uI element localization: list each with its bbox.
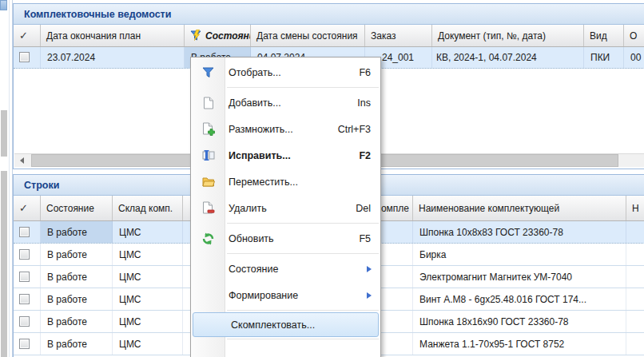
menu-item-state[interactable]: Состояние — [191, 256, 380, 282]
submenu-arrow-icon — [367, 292, 375, 299]
state-cell[interactable]: В работе — [41, 333, 113, 355]
state-cell[interactable]: В работе — [41, 288, 113, 310]
row-select-cell[interactable] — [14, 221, 41, 243]
clipped-header-tail: компле — [377, 196, 409, 220]
component-name-cell[interactable]: Винт А.М8 - 6gх25.48.016 ГОСТ 174... — [413, 288, 626, 310]
menu-item-edit[interactable]: Исправить... F2 — [191, 142, 380, 169]
row-checkbox[interactable] — [19, 227, 30, 237]
state-cell[interactable]: В работе — [41, 221, 113, 243]
submenu-arrow-icon — [367, 266, 375, 272]
row-select-cell[interactable] — [14, 47, 41, 68]
adjacent-scrollbar-segment[interactable] — [1, 171, 7, 357]
row-checkbox[interactable] — [19, 249, 30, 260]
context-menu: Отобрать... F6 Добавить... Ins Размножит… — [190, 57, 381, 357]
adjacent-panel-corner — [0, 0, 7, 10]
edit-icon — [191, 149, 225, 161]
document-cell[interactable]: КВ, 2024-1, 04.07.2024 — [432, 47, 584, 68]
divider — [9, 0, 10, 357]
column-header-document[interactable]: Документ (тип, №, дата) — [432, 25, 584, 46]
warehouse-cell[interactable]: ЦМС — [113, 288, 183, 310]
adjacent-panel-edge — [0, 0, 13, 357]
row-checkbox[interactable] — [19, 294, 30, 304]
row-select-cell[interactable] — [14, 333, 41, 355]
menu-item-delete[interactable]: Удалить Del — [191, 195, 380, 221]
row-select-cell[interactable] — [14, 288, 41, 310]
extra-cell[interactable]: 00 — [624, 47, 644, 68]
row-checkbox[interactable] — [19, 52, 30, 62]
column-header-end-date[interactable]: Дата окончания план — [41, 25, 185, 46]
column-header-kind[interactable]: Вид — [584, 25, 624, 46]
component-name-cell[interactable]: Электромагнит Магнитек УМ-7040 — [413, 266, 626, 288]
warehouse-cell[interactable]: ЦМС — [113, 266, 183, 288]
app-screen: Комплектовочные ведомости Дата окончания… — [0, 0, 644, 357]
panel-title: Комплектовочные ведомости — [14, 4, 644, 25]
column-header-state-change-date[interactable]: Дата смены состояния — [251, 25, 365, 46]
column-header-component-name[interactable]: Наименование комплектующей — [413, 196, 626, 220]
menu-separator — [191, 337, 380, 341]
row-checkbox[interactable] — [19, 272, 30, 282]
menu-item-duplicate[interactable]: Размножить... Ctrl+F3 — [191, 116, 380, 142]
check-icon — [19, 30, 28, 42]
column-header-state[interactable]: Состояние — [41, 196, 113, 220]
menu-item-assemble[interactable]: Скомплектовать... — [193, 312, 379, 337]
state-cell[interactable]: В работе — [41, 244, 113, 265]
menu-item-add[interactable]: Добавить... Ins — [191, 89, 380, 116]
n-cell[interactable] — [626, 244, 644, 265]
column-header-extra[interactable]: О — [624, 25, 644, 46]
component-name-cell[interactable]: Манжета 1.1-70х95-1 ГОСТ 8752 — [413, 333, 626, 355]
state-cell[interactable]: В работе — [41, 266, 113, 288]
warehouse-cell[interactable]: ЦМС — [113, 333, 183, 355]
filter-lightning-icon — [190, 30, 203, 42]
warehouse-cell[interactable]: ЦМС — [113, 311, 183, 332]
select-all-header[interactable] — [14, 25, 41, 46]
filter-icon — [191, 67, 225, 78]
column-header-warehouse[interactable]: Склад комп. — [113, 196, 183, 220]
end-date-cell[interactable]: 23.07.2024 — [41, 47, 185, 68]
refresh-icon — [191, 232, 225, 245]
duplicate-document-icon — [191, 122, 225, 136]
kind-cell[interactable]: ПКИ — [584, 47, 624, 68]
scroll-left-button[interactable] — [14, 154, 28, 167]
move-folder-icon — [191, 177, 225, 187]
row-select-cell[interactable] — [14, 266, 41, 288]
menu-item-move[interactable]: Переместить... — [191, 169, 380, 195]
row-select-cell[interactable] — [14, 311, 41, 332]
component-name-cell[interactable]: Шпонка 18х16х90 ГОСТ 23360-78 — [413, 311, 626, 332]
row-select-cell[interactable] — [14, 244, 41, 265]
row-checkbox[interactable] — [19, 316, 30, 327]
row-checkbox[interactable] — [19, 339, 30, 349]
check-icon — [19, 202, 28, 214]
left-arrow-icon — [17, 157, 24, 164]
grid-header: Дата окончания план Состояние Дата смены… — [14, 25, 644, 47]
menu-item-refresh[interactable]: Обновить F5 — [191, 225, 380, 252]
state-cell[interactable]: В работе — [41, 311, 113, 332]
select-all-header[interactable] — [14, 196, 41, 220]
warehouse-cell[interactable]: ЦМС — [113, 244, 183, 265]
n-cell[interactable] — [626, 266, 644, 288]
component-name-cell[interactable]: Шпонка 10x8x83 ГОСТ 23360-78 — [413, 221, 626, 243]
n-cell[interactable] — [626, 333, 644, 355]
column-header-order[interactable]: Заказ — [365, 25, 432, 46]
warehouse-cell[interactable]: ЦМС — [113, 221, 183, 243]
n-cell[interactable] — [626, 221, 644, 243]
column-header-state[interactable]: Состояние — [185, 25, 251, 46]
n-cell[interactable] — [626, 288, 644, 310]
n-cell[interactable] — [626, 311, 644, 332]
menu-item-formation[interactable]: Формирование — [191, 282, 380, 308]
menu-item-filter[interactable]: Отобрать... F6 — [191, 59, 380, 85]
add-document-icon — [191, 97, 225, 109]
delete-document-icon — [191, 201, 225, 215]
column-header-n[interactable]: Н — [626, 196, 644, 220]
component-name-cell[interactable]: Бирка — [413, 244, 626, 265]
adjacent-scrollbar-segment[interactable] — [1, 110, 7, 157]
